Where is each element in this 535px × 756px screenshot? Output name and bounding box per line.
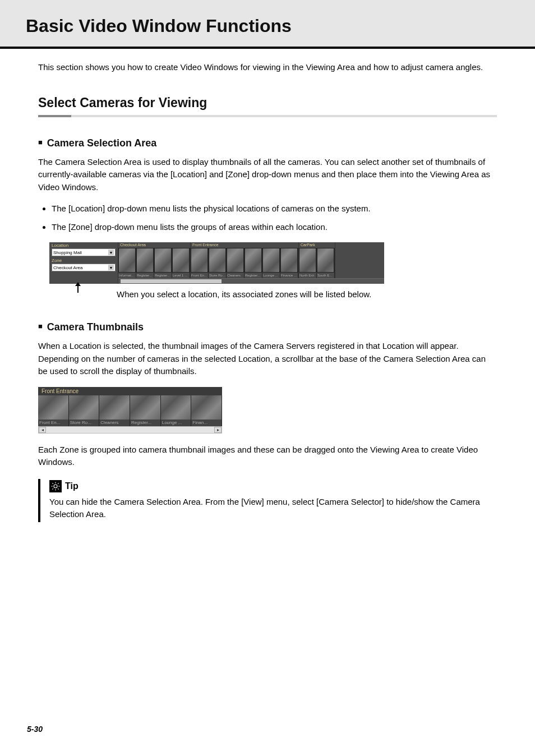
- camera-thumbnail[interactable]: Finance ...: [280, 248, 298, 278]
- zone-group: Front EntranceFront En...Store Ro...Clea…: [191, 242, 299, 278]
- camera-selection-area-screenshot: Location Shopping Mall ▼ Zone Checkout A…: [49, 242, 384, 284]
- page-header: Basic Video Window Functions: [0, 0, 535, 49]
- tip-callout: Tip You can hide the Camera Selection Ar…: [38, 479, 497, 522]
- scroll-right-icon[interactable]: ▸: [214, 427, 222, 433]
- zone-label: Zone: [49, 257, 118, 264]
- square-bullet-icon: ■: [38, 138, 43, 146]
- location-zone-panel: Location Shopping Mall ▼ Zone Checkout A…: [49, 242, 118, 284]
- camera-thumbnail[interactable]: North Exit: [299, 248, 317, 278]
- svg-line-5: [52, 483, 53, 484]
- camera-thumbnail[interactable]: Lounge ...: [262, 248, 280, 278]
- camera-thumbnail[interactable]: Front En...: [38, 395, 69, 426]
- zone-group-header: Front Entrance: [191, 242, 298, 248]
- figure-1-container: Location Shopping Mall ▼ Zone Checkout A…: [27, 242, 508, 299]
- svg-line-6: [58, 488, 59, 490]
- list-item: The [Location] drop-down menu lists the …: [52, 202, 497, 215]
- content-area: This section shows you how to create Vid…: [0, 61, 535, 522]
- camera-thumbnail[interactable]: Register...: [245, 248, 262, 278]
- camera-thumbnail[interactable]: Store Ro...: [69, 395, 100, 426]
- camera-thumbnail-label: South E...: [317, 273, 334, 278]
- location-label: Location: [49, 242, 118, 248]
- camera-thumbnail[interactable]: Register...: [130, 395, 161, 426]
- zone-dropdown[interactable]: Checkout Area ▼: [52, 264, 116, 271]
- camera-selection-paragraph: The Camera Selection Area is used to dis…: [38, 156, 497, 194]
- camera-thumbnail[interactable]: Register...: [154, 248, 172, 278]
- camera-thumbnail-label: Store Ro...: [209, 273, 226, 278]
- camera-thumbnail-label: Store Ro...: [69, 420, 99, 426]
- intro-paragraph: This section shows you how to create Vid…: [38, 61, 497, 74]
- page-title: Basic Video Window Functions: [26, 16, 509, 36]
- camera-thumbnail-label: Finan...: [191, 420, 222, 426]
- chevron-down-icon: ▼: [108, 265, 114, 270]
- tip-text: You can hide the Camera Selection Area. …: [49, 496, 497, 521]
- camera-thumbnail[interactable]: Level 1 ...: [172, 248, 190, 278]
- scroll-left-icon[interactable]: ◂: [39, 427, 46, 433]
- camera-thumbnail-label: Register...: [154, 273, 172, 278]
- subsection-heading-camera-selection: ■Camera Selection Area: [38, 137, 497, 149]
- camera-thumbnail-label: Informat...: [118, 273, 136, 278]
- camera-thumbnail-label: Front En...: [38, 420, 68, 426]
- section-underline: [38, 115, 497, 117]
- location-dropdown[interactable]: Shopping Mall ▼: [52, 248, 116, 256]
- svg-line-8: [58, 483, 59, 484]
- camera-thumbnail[interactable]: Store Ro...: [209, 248, 227, 278]
- zone-group: CarParkNorth ExitSouth E...: [299, 242, 335, 278]
- camera-thumbnail-label: North Exit: [299, 273, 316, 278]
- zone-drag-paragraph: Each Zone is grouped into camera thumbna…: [38, 444, 497, 469]
- camera-thumbnail-label: Finance ...: [280, 273, 298, 278]
- horizontal-scrollbar[interactable]: ◂ ▸: [38, 426, 222, 434]
- camera-thumbnail[interactable]: Finan...: [191, 395, 222, 426]
- camera-thumbnail[interactable]: Front En...: [191, 248, 209, 278]
- camera-thumbnail-label: Cleaners: [99, 420, 130, 426]
- camera-thumbnail[interactable]: Cleaners: [227, 248, 245, 278]
- svg-point-0: [54, 485, 57, 488]
- subsection-heading-camera-thumbnails: ■Camera Thumbnails: [38, 321, 497, 333]
- zone-thumbnails-screenshot: Front Entrance Front En...Store Ro...Cle…: [38, 387, 222, 434]
- tip-title: Tip: [65, 481, 79, 491]
- square-bullet-icon: ■: [38, 322, 43, 330]
- zone-group-header: Checkout Area: [118, 242, 190, 248]
- tip-header: Tip: [49, 480, 497, 492]
- dropdown-bullet-list: The [Location] drop-down menu lists the …: [52, 202, 497, 233]
- figure-1-caption: When you select a location, its associat…: [117, 289, 508, 299]
- list-item: The [Zone] drop-down menu lists the grou…: [52, 221, 497, 234]
- lightbulb-icon: [49, 480, 62, 492]
- zone-group: Checkout AreaInformat...Register...Regis…: [118, 242, 191, 278]
- zone-group-header: CarPark: [299, 242, 335, 248]
- svg-line-7: [52, 488, 53, 490]
- horizontal-scrollbar[interactable]: [118, 278, 384, 284]
- callout-arrow-icon: [77, 285, 79, 293]
- thumbnail-strip: Checkout AreaInformat...Register...Regis…: [118, 242, 384, 284]
- camera-thumbnail-label: Register...: [130, 420, 160, 426]
- camera-thumbnail[interactable]: Informat...: [118, 248, 136, 278]
- section-heading: Select Cameras for Viewing: [38, 95, 497, 110]
- camera-thumbnail-label: Front En...: [191, 273, 208, 278]
- camera-thumbnail-label: Register...: [245, 273, 262, 278]
- camera-thumbnail[interactable]: South E...: [317, 248, 335, 278]
- camera-thumbnail[interactable]: Cleaners: [99, 395, 130, 426]
- camera-thumbnails-paragraph: When a Location is selected, the thumbna…: [38, 340, 497, 378]
- camera-thumbnail-label: Lounge ...: [161, 420, 191, 426]
- chevron-down-icon: ▼: [108, 250, 114, 255]
- page-number: 5-30: [27, 725, 43, 734]
- zone-header: Front Entrance: [38, 387, 222, 395]
- camera-thumbnail-label: Level 1 ...: [172, 273, 190, 278]
- camera-thumbnail-label: Register...: [136, 273, 154, 278]
- camera-thumbnail[interactable]: Lounge ...: [161, 395, 192, 426]
- camera-thumbnail[interactable]: Register...: [136, 248, 154, 278]
- camera-thumbnail-label: Cleaners: [227, 273, 244, 278]
- camera-thumbnail-label: Lounge ...: [262, 273, 280, 278]
